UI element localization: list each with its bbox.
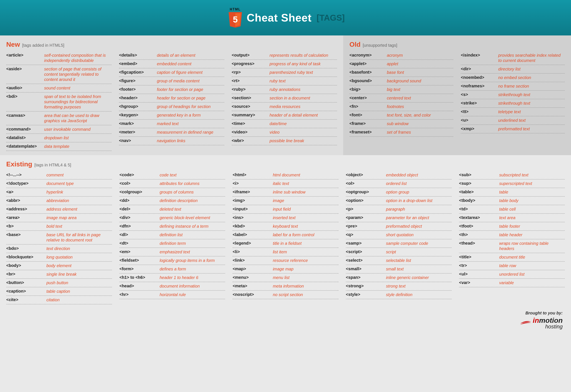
tag-name: <sub> bbox=[459, 173, 499, 177]
tag-desc: base font bbox=[387, 70, 453, 75]
tag-row: <time>date/time bbox=[232, 120, 337, 128]
tag-row: <button>push button bbox=[6, 279, 112, 287]
tag-name: <link> bbox=[233, 258, 273, 263]
tag-name: <applet> bbox=[349, 61, 387, 66]
tag-row: <source>media resources bbox=[232, 102, 337, 111]
tag-row: <meta>meta information bbox=[233, 282, 338, 291]
tag-desc: bold text bbox=[46, 224, 112, 229]
tag-name: <label> bbox=[233, 232, 273, 237]
tag-desc: definition list bbox=[160, 232, 225, 237]
tag-desc: footer for section or page bbox=[157, 87, 224, 92]
tag-row: <area>image map area bbox=[6, 214, 112, 222]
tag-desc: measurement in defined range bbox=[157, 130, 224, 135]
tag-name: <mark> bbox=[119, 121, 157, 126]
tag-desc: section of page that consists of content… bbox=[44, 67, 112, 82]
tag-desc: possible line break bbox=[270, 138, 337, 144]
tag-row: <audio>sound content bbox=[6, 84, 112, 93]
tag-name: <li> bbox=[233, 249, 273, 254]
tag-desc: input field bbox=[273, 207, 338, 212]
page-footer: Brought to you by: inmotion hosting bbox=[0, 309, 571, 335]
tag-name: <acronym> bbox=[349, 53, 387, 58]
tag-column: <sub>subscripted text<sup>superscripted … bbox=[459, 171, 565, 305]
tag-name: <datalist> bbox=[6, 135, 44, 140]
tag-row: <details>details of an element bbox=[119, 51, 224, 60]
tag-desc: long quotation bbox=[46, 255, 112, 260]
tag-desc: abbreviation bbox=[46, 198, 112, 203]
tag-name: <kbd> bbox=[233, 224, 273, 229]
tag-row: <tr>table row bbox=[459, 262, 565, 270]
tag-desc: header of a detail element bbox=[270, 113, 337, 118]
top-row: New [tags added in HTML5] <article>self-… bbox=[0, 35, 571, 155]
tag-name: <output> bbox=[232, 53, 270, 58]
tag-desc: push button bbox=[46, 280, 112, 285]
tag-column: <article>self-contained composition that… bbox=[6, 51, 112, 151]
tag-desc: option in a drop-down list bbox=[386, 198, 451, 203]
tag-row: <caption>table caption bbox=[6, 287, 112, 296]
tag-desc: option group bbox=[386, 189, 451, 195]
tag-desc: document information bbox=[160, 284, 225, 289]
tag-row: <font>text font, size, and color bbox=[349, 111, 454, 120]
tag-desc: horizontal rule bbox=[160, 292, 225, 297]
tag-name: <ul> bbox=[459, 272, 499, 276]
tag-row: <center>centered text bbox=[349, 94, 454, 102]
tag-desc: logically group items in a form bbox=[160, 258, 225, 263]
tag-desc: directory list bbox=[498, 67, 565, 72]
tag-row: <tt>teletype text bbox=[461, 108, 565, 116]
tag-desc: dropdown list bbox=[44, 135, 112, 141]
tag-row: <div>generic block-level element bbox=[119, 214, 225, 222]
tag-desc: selectable list bbox=[386, 258, 451, 263]
tag-name: <!--...--> bbox=[6, 173, 46, 177]
tag-row: <script>script bbox=[346, 248, 452, 257]
tag-desc: no frame section bbox=[498, 84, 565, 89]
tag-name: <ruby> bbox=[232, 87, 270, 92]
tag-row: <menu>menu list bbox=[233, 274, 338, 282]
tag-desc: base URL for all links in page relative … bbox=[46, 232, 112, 243]
tag-desc: defines a form bbox=[160, 266, 225, 272]
tag-row: <title>document title bbox=[459, 253, 565, 262]
svg-text:5: 5 bbox=[233, 15, 238, 24]
tag-desc: small text bbox=[386, 266, 451, 272]
tag-row: <fieldset>logically group items in a for… bbox=[119, 257, 225, 265]
tag-row: <colgroup>groups of columns bbox=[119, 188, 225, 197]
tag-row: <noscript>no script section bbox=[233, 291, 338, 299]
tag-name: <script> bbox=[346, 249, 386, 254]
tag-desc: table bbox=[499, 189, 565, 195]
tag-name: <i> bbox=[233, 181, 273, 186]
tag-name: <isindex> bbox=[461, 53, 498, 58]
tag-row: <select>selectable list bbox=[346, 257, 452, 265]
tag-name: <wbr> bbox=[232, 138, 270, 143]
tag-row: <figure>group of media content bbox=[119, 77, 224, 86]
tag-row: <rt>ruby text bbox=[232, 77, 337, 86]
page-title-bracket: [TAGS] bbox=[316, 13, 345, 23]
tag-row: <tbody>table body bbox=[459, 197, 565, 205]
tag-row: <!--...-->comment bbox=[6, 171, 112, 179]
section-new-sub: [tags added in HTML5] bbox=[22, 43, 64, 47]
tag-row: <optgroup>option group bbox=[346, 188, 452, 197]
tag-name: <map> bbox=[233, 266, 273, 271]
tag-row: <fn>footnotes bbox=[349, 102, 454, 111]
tag-desc: list item bbox=[273, 249, 338, 255]
tag-desc: parenthesized ruby text bbox=[270, 70, 337, 75]
tag-row: <option>option in a drop-down list bbox=[346, 197, 452, 205]
tag-row: <noembed>no embed section bbox=[461, 73, 565, 82]
tag-name: <input> bbox=[233, 207, 273, 211]
tag-desc: table header bbox=[499, 232, 565, 237]
tag-desc: preformatted text bbox=[498, 126, 565, 131]
tag-desc: image map area bbox=[46, 215, 112, 220]
tag-desc: wraps row containing table headers bbox=[499, 241, 565, 251]
tag-name: <time> bbox=[232, 121, 270, 126]
tag-name: <col> bbox=[119, 181, 160, 186]
tag-row: <samp>sample computer code bbox=[346, 239, 452, 248]
tag-desc: span of text to be isolated from surroun… bbox=[44, 94, 112, 110]
tag-row: <br>single line break bbox=[6, 270, 112, 279]
tag-name: <bdo> bbox=[6, 246, 46, 251]
tag-name: <area> bbox=[6, 215, 46, 220]
tag-row: <canvas>area that can be used to draw gr… bbox=[6, 112, 112, 125]
tag-row: <applet>applet bbox=[349, 60, 454, 68]
tag-desc: sample computer code bbox=[386, 241, 451, 246]
tag-desc: paragraph bbox=[386, 207, 451, 212]
tag-row: <dir>directory list bbox=[461, 65, 565, 73]
tag-desc: definition term bbox=[160, 241, 225, 246]
tag-name: <summary> bbox=[232, 113, 270, 117]
tag-row: <hr>horizontal rule bbox=[119, 291, 225, 299]
